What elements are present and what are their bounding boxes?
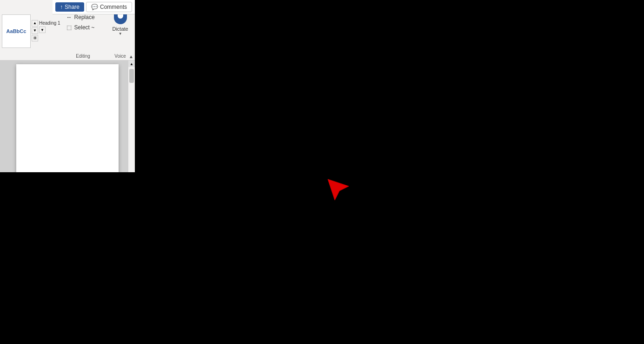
collapse-icon: ▲ xyxy=(129,54,133,59)
scroll-thumb[interactable] xyxy=(129,69,134,83)
style-preview[interactable]: AaBbCc xyxy=(2,14,31,48)
heading-label: Heading 1 xyxy=(39,20,60,26)
editing-section-label: Editing xyxy=(76,54,90,60)
comments-icon: 💬 xyxy=(91,4,98,10)
collapse-ribbon-button[interactable]: ▲ xyxy=(127,53,135,60)
scroll-up-arrow[interactable]: ▲ xyxy=(128,61,135,67)
ribbon: ↑ Share 💬 Comments AaBbCc ▲ ▼ ⊞ Heading … xyxy=(0,0,135,61)
style-name: AaBbCc xyxy=(7,28,27,34)
style-expand-arrow[interactable]: ⊞ xyxy=(32,35,38,41)
style-dropdown-arrow[interactable]: ▼ xyxy=(39,27,46,33)
share-icon: ↑ xyxy=(60,4,63,10)
replace-label: Replace xyxy=(74,14,95,20)
share-button[interactable]: ↑ Share xyxy=(55,2,84,12)
dictate-chevron: ▼ xyxy=(119,32,122,36)
replace-icon: ↔ xyxy=(66,14,73,20)
select-icon: ⬚ xyxy=(66,24,73,31)
voice-section-label: Voice xyxy=(114,54,126,60)
select-label: Select ~ xyxy=(74,24,95,31)
style-up-arrow[interactable]: ▲ xyxy=(32,20,38,27)
style-scroll-arrows: ▲ ▼ ⊞ xyxy=(32,20,38,42)
comments-button[interactable]: 💬 Comments xyxy=(86,2,132,12)
top-buttons-area: ↑ Share 💬 Comments xyxy=(53,0,135,14)
share-label: Share xyxy=(65,4,80,10)
style-down-arrow[interactable]: ▼ xyxy=(32,27,38,34)
dictate-label[interactable]: Dictate xyxy=(112,26,128,32)
comments-label: Comments xyxy=(100,4,127,10)
select-button[interactable]: ⬚ Select ~ xyxy=(66,23,95,32)
black-area-top xyxy=(135,0,458,172)
black-area-bottom xyxy=(0,172,644,344)
